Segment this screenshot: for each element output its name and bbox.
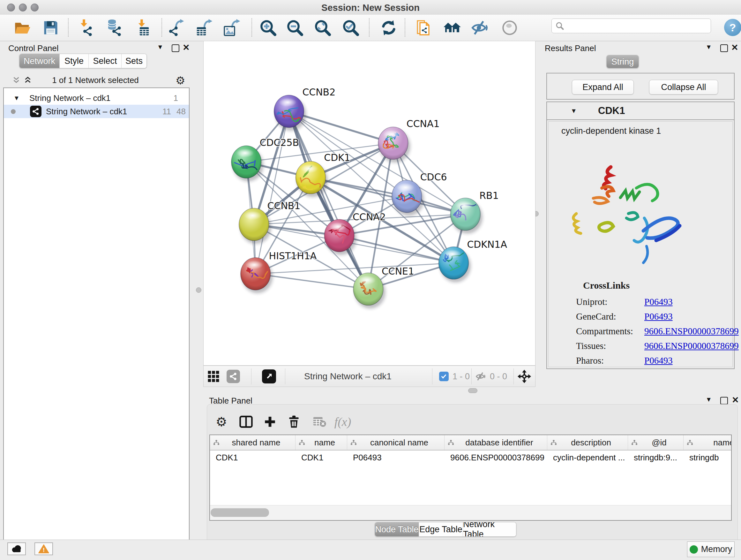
network-canvas[interactable]: CCNB2CCNA1CDC25BCDK1CDC6RB1CCNB1CCNA2CDK… (203, 41, 536, 366)
table-cell[interactable]: CDK1 (210, 450, 295, 464)
node-HIST1H1A[interactable] (241, 258, 273, 294)
birdseye-view-button[interactable] (262, 369, 276, 383)
table-panel-close-button[interactable]: ✕ (732, 395, 739, 405)
import-network-file-button[interactable] (78, 19, 96, 37)
table-options-button[interactable]: ⚙ (213, 414, 230, 430)
delete-column-button[interactable] (286, 414, 302, 430)
show-columns-button[interactable] (238, 414, 254, 430)
table-cell[interactable]: cyclin-dependent ... (547, 450, 628, 464)
gene-description: cyclin-dependent kinase 1 (561, 126, 661, 136)
tab-style[interactable]: Style (60, 54, 89, 68)
genecard-link[interactable]: P06493 (644, 311, 673, 322)
cloud-status-button[interactable] (7, 543, 26, 555)
table-cell[interactable]: stringdb:9... (628, 450, 684, 464)
gene-section-header[interactable]: ▼ CDK1 (547, 102, 734, 120)
node-CDK1[interactable] (295, 161, 328, 197)
column-header-namespace[interactable]: namespace (684, 435, 732, 450)
scrollbar-thumb[interactable] (211, 508, 269, 517)
network-collection-row[interactable]: ▼ String Network – cdk1 1 (4, 91, 189, 105)
chevron-down-icon: ▼ (705, 44, 712, 51)
node-label-CDC25B: CDC25B (260, 137, 299, 148)
table-panel-float-button[interactable] (720, 397, 728, 405)
section-expanded-icon[interactable]: ▼ (570, 107, 577, 115)
table-row[interactable]: CDK1CDK1P064939606.ENSP00000378699cyclin… (210, 450, 732, 464)
save-session-button[interactable] (42, 19, 60, 37)
tab-edge-table[interactable]: Edge Table (419, 522, 463, 537)
node-CCNE1[interactable] (353, 273, 386, 309)
bottom-splitter-handle[interactable] (468, 388, 477, 393)
horizontal-scrollbar[interactable] (210, 505, 731, 520)
expand-all-networks-button[interactable] (23, 76, 32, 84)
node-RB1[interactable] (450, 198, 488, 234)
open-session-button[interactable] (13, 19, 31, 37)
gear-icon[interactable]: ⚙ (176, 74, 185, 87)
results-panel-close-button[interactable]: ✕ (731, 43, 738, 53)
help-button[interactable]: ? (724, 19, 741, 36)
results-panel-collapse-button[interactable]: ▼ (705, 44, 712, 51)
node-CDKN1A[interactable] (439, 247, 471, 283)
import-network-database-button[interactable] (105, 19, 123, 37)
warnings-button[interactable]: ! (35, 543, 53, 555)
zoom-selected-button[interactable] (342, 19, 360, 37)
network-view-button[interactable] (226, 370, 240, 383)
tab-network-table[interactable]: Network Table (463, 522, 516, 537)
network-row-selected[interactable]: String Network – cdk1 11 48 (4, 105, 189, 118)
pharos-link[interactable]: P06493 (644, 355, 673, 366)
refresh-button[interactable] (380, 19, 398, 37)
control-panel-close-button[interactable]: ✕ (183, 43, 190, 53)
column-header-database-identifier[interactable]: database identifier (445, 435, 547, 450)
table-cell[interactable]: 9606.ENSP00000378699 (445, 450, 547, 464)
column-header-shared-name[interactable]: shared name (210, 435, 295, 450)
memory-button[interactable]: Memory (687, 542, 735, 557)
left-splitter-handle[interactable] (196, 287, 201, 293)
tissues-link[interactable]: 9606.ENSP00000378699 (644, 341, 739, 351)
collapse-all-networks-button[interactable] (12, 76, 20, 84)
node-CCNB2[interactable] (274, 95, 307, 131)
create-column-button[interactable] (262, 414, 278, 430)
table-cell[interactable]: stringdb (684, 450, 732, 464)
table-panel-collapse-button[interactable]: ▼ (705, 396, 712, 403)
hide-selected-button[interactable] (471, 19, 488, 37)
grid-view-button[interactable] (207, 370, 219, 384)
search-input[interactable] (551, 18, 711, 33)
network-view-title: String Network – cdk1 (304, 371, 392, 381)
table-cell[interactable]: CDK1 (295, 450, 347, 464)
network-collection-count: 1 (174, 93, 178, 103)
zoom-in-button[interactable] (259, 19, 277, 37)
tree-expanded-icon[interactable]: ▼ (13, 95, 20, 102)
import-table-button[interactable] (134, 19, 152, 37)
export-network-button[interactable] (167, 19, 185, 37)
graphics-details-button[interactable] (501, 19, 519, 37)
tab-network[interactable]: Network (19, 54, 60, 68)
node-CCNA1[interactable] (378, 127, 410, 163)
selected-checkbox-icon[interactable] (439, 372, 449, 381)
results-panel-float-button[interactable] (720, 44, 728, 52)
column-header-name[interactable]: name (295, 435, 347, 450)
fit-content-button[interactable] (517, 369, 531, 385)
table-cell[interactable]: P06493 (347, 450, 445, 464)
network-graph[interactable]: CCNB2CCNA1CDC25BCDK1CDC6RB1CCNB1CCNA2CDK… (204, 41, 535, 365)
node-table[interactable]: shared namenamecanonical namedatabase id… (209, 435, 732, 521)
uniprot-link[interactable]: P06493 (644, 297, 673, 307)
column-header-description[interactable]: description (547, 435, 628, 450)
zoom-out-button[interactable] (286, 19, 304, 37)
zoom-fit-button[interactable] (314, 19, 332, 37)
control-panel-collapse-button[interactable]: ▼ (157, 44, 163, 51)
column-header--id[interactable]: @id (628, 435, 684, 450)
node-CDC25B[interactable] (231, 145, 264, 181)
collapse-all-button[interactable]: Collapse All (649, 80, 718, 95)
compartments-link[interactable]: 9606.ENSP00000378699 (644, 326, 739, 336)
export-table-button[interactable] (195, 19, 213, 37)
tab-string[interactable]: String (607, 55, 638, 68)
expand-all-button[interactable]: Expand All (572, 80, 634, 95)
import-table-icon (134, 19, 152, 37)
tab-sets[interactable]: Sets (122, 54, 146, 68)
tab-select[interactable]: Select (89, 54, 122, 68)
node-CCNA2[interactable] (324, 219, 356, 255)
first-neighbors-button[interactable] (443, 19, 461, 37)
share-network-button[interactable] (415, 19, 433, 37)
export-image-button[interactable] (223, 19, 241, 37)
tab-node-table[interactable]: Node Table (375, 522, 419, 537)
column-header-canonical-name[interactable]: canonical name (347, 435, 445, 450)
control-panel-float-button[interactable] (172, 44, 179, 52)
